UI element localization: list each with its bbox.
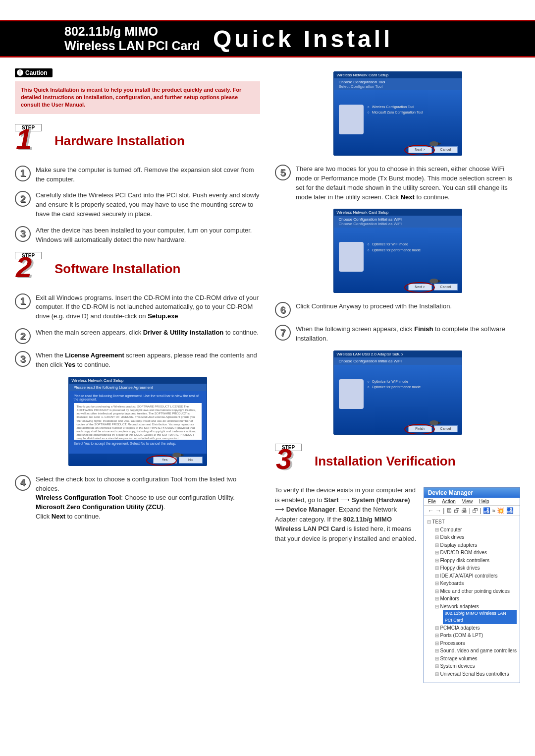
radio-option[interactable]: Microsoft Zero Configuration Tool	[368, 110, 457, 115]
lic-sub: Please read the following license agreem…	[74, 394, 202, 401]
numcircle-7: 7	[275, 325, 291, 341]
tree-item[interactable]: IDE ATA/ATAPI controllers	[427, 572, 517, 580]
t: System devices	[440, 663, 475, 669]
step1-badge: STEP 1 1	[15, 124, 50, 159]
tree-item[interactable]: Computer	[427, 526, 517, 534]
t-bold: Next	[401, 193, 415, 201]
options: Optimize for WiFi mode Optimize for perf…	[368, 233, 457, 281]
t: Storage volumes	[440, 656, 477, 661]
win-body: Wireless Configuration Tool Microsoft Ze…	[334, 90, 462, 149]
t: Disk drives	[440, 534, 464, 540]
caution-label: Caution	[25, 69, 48, 76]
menu-action[interactable]: Action	[442, 499, 456, 504]
t: to continue.	[223, 329, 259, 336]
tree-item[interactable]: Disk drives	[427, 533, 517, 541]
pc-icon	[339, 105, 364, 134]
t-bold: System (Hardware)	[352, 496, 410, 504]
caution-box: This Quick Installation is meant to help…	[15, 81, 260, 114]
tree-item-selected[interactable]: 802.11b/g MIMO Wireless LAN PCI Card	[443, 610, 517, 624]
device-manager-panel: Device Manager File Action View Help ← →…	[424, 487, 520, 683]
pen-icon	[172, 452, 185, 459]
tree-item[interactable]: Floppy disk drives	[427, 564, 517, 572]
left-column: ! Caution This Quick Installation is mea…	[15, 67, 260, 683]
menu-view[interactable]: View	[462, 499, 473, 504]
t: Ports (COM & LPT)	[440, 633, 483, 638]
verify-text: To verify if the device exists in your c…	[275, 485, 417, 543]
config-tool-screenshot: Wireless Network Card Setup Choose Confi…	[333, 71, 462, 156]
page-header: 802.11b/g MIMO Wireless LAN PCI Card Qui…	[0, 20, 535, 58]
tree-item[interactable]: Sound, video and game controllers	[427, 647, 517, 655]
pen-icon	[429, 140, 442, 147]
win-body: Optimize for WiFi mode Optimize for perf…	[334, 365, 462, 423]
dm-title: Device Manager	[424, 488, 520, 498]
radio-option[interactable]: Optimize for WiFi mode	[368, 379, 457, 384]
sw-step-2-text: When the main screen appears, click Driv…	[36, 328, 259, 344]
t-bold: Setup.exe	[148, 312, 178, 320]
svg-marker-3	[438, 142, 441, 145]
numcircle-5: 5	[275, 165, 291, 180]
radio-option[interactable]: Optimize for performance mode	[368, 247, 457, 253]
svg-point-0	[172, 453, 181, 458]
dm-toolbar[interactable]: ← → | 🖻 🗗 🖶 | 🗗 | 🛃 ≈ 💥 🛃	[424, 506, 520, 516]
t: IDE ATA/ATAPI controllers	[440, 573, 497, 579]
cancel-button[interactable]: Cancel	[434, 146, 458, 153]
t: When the	[36, 351, 65, 359]
win-title: Wireless Network Card Setup	[69, 377, 207, 384]
svg-point-6	[429, 420, 438, 425]
tree-item[interactable]: DVD/CD-ROM drives	[427, 549, 517, 557]
tree-item[interactable]: PCMCIA adapters	[427, 624, 517, 632]
tree-item[interactable]: Display adapters	[427, 541, 517, 549]
tree-root[interactable]: TEST	[427, 518, 517, 526]
tree-item[interactable]: Processors	[427, 640, 517, 647]
radio-option[interactable]: Wireless Configuration Tool	[368, 104, 457, 110]
t-bold: Start	[324, 496, 339, 504]
hw-step-1: 1 Make sure the computer is turned off. …	[15, 166, 260, 184]
win-heading: Choose Configuration Tool Select Configu…	[334, 78, 462, 90]
tree-item[interactable]: System devices	[427, 662, 517, 670]
tree-item[interactable]: Ports (COM & LPT)	[427, 632, 517, 640]
tree-item[interactable]: Keyboards	[427, 580, 517, 587]
header-left: 802.11b/g MIMO Wireless LAN PCI Card	[0, 21, 213, 56]
numcircle-6: 6	[275, 302, 291, 318]
pc-icon	[339, 379, 364, 409]
tree-item[interactable]: Monitors	[427, 595, 517, 603]
sw-step-5-text: There are two modes for you to choose in…	[296, 165, 520, 202]
product-name-line1: 802.11b/g MIMO	[64, 24, 213, 39]
menu-file[interactable]: File	[428, 499, 436, 504]
arrow-icon: ⟶	[275, 506, 286, 513]
t: Choose Configuration Tool	[339, 80, 459, 84]
win-body: Optimize for WiFi mode Optimize for perf…	[334, 228, 462, 286]
radio-option[interactable]: Optimize for performance mode	[368, 384, 457, 390]
options: Wireless Configuration Tool Microsoft Ze…	[368, 95, 457, 144]
t: Monitors	[440, 596, 459, 601]
cancel-button[interactable]: Cancel	[434, 425, 458, 432]
tree-item-network[interactable]: Network adapters	[427, 603, 517, 611]
hw-step-1-text: Make sure the computer is turned off. Re…	[36, 166, 260, 184]
sw-step-1: 1 Exit all Windows programs. Insert the …	[15, 293, 260, 322]
tree-item[interactable]: Floppy disk controllers	[427, 557, 517, 565]
caution-tag: ! Caution	[15, 68, 53, 77]
t: : Choose to use our configuration Utilit…	[121, 494, 235, 501]
dm-tree: TEST Computer Disk drives Display adapte…	[424, 516, 520, 683]
t: Floppy disk drives	[440, 565, 480, 571]
step3-num: 3	[276, 445, 292, 473]
tree-item[interactable]: Universal Serial Bus controllers	[427, 670, 517, 678]
win-title: Wireless Network Card Setup	[334, 72, 462, 78]
sw-step-1-text: Exit all Windows programs. Insert the CD…	[36, 293, 260, 322]
t: Select Configuration Tool	[339, 84, 459, 89]
cancel-button[interactable]: Cancel	[434, 284, 458, 291]
tree-item[interactable]: Mice and other pointing devices	[427, 587, 517, 595]
menu-help[interactable]: Help	[479, 499, 489, 504]
sw-step-4: 4 Select the check box to choose a confi…	[15, 475, 260, 522]
win-body: Please read the following license agreem…	[69, 391, 207, 454]
tree-item[interactable]: Storage volumes	[427, 655, 517, 663]
t-bold: Yes	[64, 361, 75, 368]
step2-badge: STEP 2 2	[15, 252, 50, 287]
t: to continue.	[75, 361, 110, 368]
numcircle-2: 2	[15, 328, 31, 344]
pc-icon	[339, 242, 364, 272]
radio-option[interactable]: Optimize for WiFi mode	[368, 241, 457, 247]
step1-header: STEP 1 1 Hardware Installation	[15, 124, 260, 159]
t: PCMCIA adapters	[440, 625, 480, 631]
right-column: Wireless Network Card Setup Choose Confi…	[275, 67, 520, 683]
